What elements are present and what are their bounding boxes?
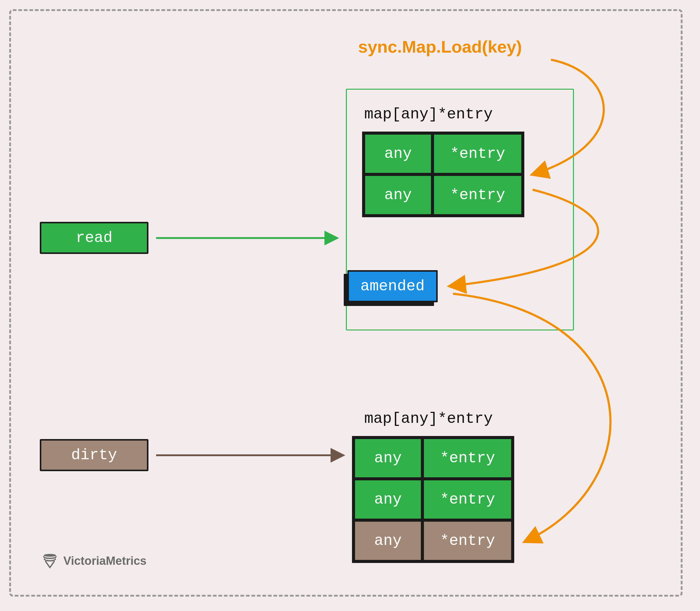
dirty-box-label: dirty bbox=[71, 446, 117, 464]
diagram-title: sync.Map.Load(key) bbox=[358, 37, 522, 57]
read-box-label: read bbox=[76, 229, 112, 247]
amended-box-label: amended bbox=[360, 278, 424, 295]
watermark: VictoriaMetrics bbox=[41, 552, 147, 569]
table-row: any *entry bbox=[353, 520, 513, 562]
table-row: any *entry bbox=[353, 437, 513, 479]
map-value-cell: *entry bbox=[422, 479, 513, 520]
dirty-map-type-label: map[any]*entry bbox=[364, 410, 493, 428]
read-box: read bbox=[40, 222, 148, 254]
watermark-label: VictoriaMetrics bbox=[63, 554, 147, 568]
dirty-box: dirty bbox=[40, 439, 148, 471]
map-key-cell: any bbox=[364, 133, 433, 174]
victoriametrics-logo-icon bbox=[41, 552, 58, 569]
map-key-cell: any bbox=[353, 520, 422, 562]
dirty-map-table: any *entry any *entry any *entry bbox=[352, 436, 514, 563]
map-value-cell: *entry bbox=[433, 174, 523, 216]
map-value-cell: *entry bbox=[422, 520, 513, 562]
map-key-cell: any bbox=[353, 479, 422, 520]
table-row: any *entry bbox=[364, 174, 523, 216]
read-map-table: any *entry any *entry bbox=[362, 132, 524, 217]
read-map-type-label: map[any]*entry bbox=[364, 106, 493, 123]
table-row: any *entry bbox=[364, 133, 523, 174]
map-value-cell: *entry bbox=[433, 133, 523, 174]
table-row: any *entry bbox=[353, 479, 513, 520]
diagram-canvas: sync.Map.Load(key) read dirty map[any]*e… bbox=[0, 0, 700, 611]
amended-box: amended bbox=[347, 270, 438, 302]
map-value-cell: *entry bbox=[422, 437, 513, 479]
map-key-cell: any bbox=[364, 174, 433, 216]
map-key-cell: any bbox=[353, 437, 422, 479]
